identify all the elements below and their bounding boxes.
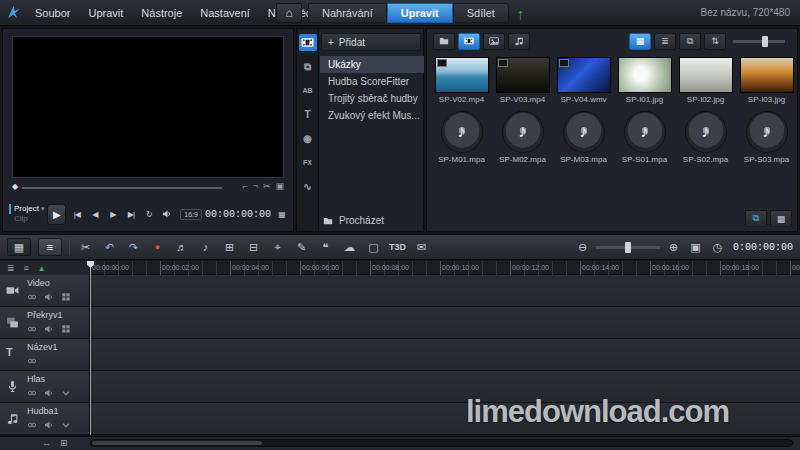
zoom-out-icon[interactable]: ⊖ xyxy=(574,238,591,256)
scrubber-track[interactable] xyxy=(22,187,222,189)
browse-folder-icon[interactable] xyxy=(433,33,455,50)
grid-icon[interactable] xyxy=(61,324,71,336)
speaker-icon[interactable] xyxy=(44,388,54,400)
track-header-music[interactable]: Hudba1 xyxy=(0,403,90,434)
timeline-ruler[interactable]: ≣ ≡ ▲ 00:00:00:00 00:00:02:00 00:00:04:0… xyxy=(0,261,800,275)
ruler-ticks[interactable]: 00:00:00:00 00:00:02:00 00:00:04:00 00:0… xyxy=(90,261,800,275)
cloud-button[interactable]: ☁ xyxy=(341,238,358,256)
filter-photo-button[interactable] xyxy=(483,33,505,50)
filter-fx-icon[interactable]: FX xyxy=(299,154,317,171)
track-lane-voice[interactable] xyxy=(90,371,800,402)
gallery-options-icon[interactable]: ▦ xyxy=(770,210,792,227)
project-mode-toggle[interactable]: Project▾ xyxy=(9,204,44,214)
media-item[interactable]: ♪ SP-S01.mpa xyxy=(615,111,674,164)
go-start-button[interactable]: |◀ xyxy=(69,206,84,222)
instant-project-icon[interactable]: ⧉ xyxy=(299,58,317,75)
chevron-down-icon[interactable] xyxy=(61,388,71,400)
media-item[interactable]: ♪ SP-S02.mpa xyxy=(676,111,735,164)
fit-project-icon[interactable]: ▣ xyxy=(687,238,704,256)
media-library-icon[interactable] xyxy=(299,34,317,51)
timeline-zoom-slider[interactable] xyxy=(596,246,660,249)
track-manager-button[interactable]: ⊞ xyxy=(221,238,238,256)
scrollbar-thumb[interactable] xyxy=(92,441,262,445)
fit-timeline-icon[interactable]: ↔ xyxy=(42,438,51,448)
track-header-title[interactable]: T Název1 xyxy=(0,339,90,370)
thumbnail-view-button[interactable]: ▦ xyxy=(629,33,651,50)
ripple-edit-icon[interactable]: ▲ xyxy=(38,264,46,273)
slider-knob[interactable] xyxy=(625,242,631,253)
media-item[interactable]: ♪ SP-S03.mpa xyxy=(737,111,796,164)
sort-button[interactable]: ⇅ xyxy=(704,33,726,50)
track-lane-overlay[interactable] xyxy=(90,307,800,338)
category-ukazky[interactable]: Ukázky xyxy=(320,56,424,73)
track-lane-music[interactable] xyxy=(90,403,800,434)
link-icon[interactable] xyxy=(27,356,37,368)
sound-mixer-button[interactable]: ♬ xyxy=(173,238,190,256)
media-item[interactable]: ♪ SP-M01.mpa xyxy=(432,111,491,164)
motion-tracking-button[interactable]: ⌖ xyxy=(269,238,286,256)
motion-path-icon[interactable]: ∿ xyxy=(299,178,317,195)
preview-screen[interactable] xyxy=(12,36,284,178)
track-lane-video[interactable] xyxy=(90,275,800,306)
split-clip-icon[interactable]: ✂ xyxy=(263,181,271,191)
3d-title-button[interactable]: T3D xyxy=(389,238,406,256)
slider-knob[interactable] xyxy=(762,36,768,47)
enlarge-preview-icon[interactable]: ▣ xyxy=(275,181,284,191)
timeline-view-button[interactable]: ≡ xyxy=(38,238,62,256)
title-icon[interactable]: T xyxy=(299,106,317,123)
track-lane-title[interactable] xyxy=(90,339,800,370)
volume-button[interactable] xyxy=(159,206,174,222)
speaker-icon[interactable] xyxy=(44,420,54,432)
home-button[interactable]: ⌂ xyxy=(276,3,302,23)
media-item[interactable]: SP-I03.jpg xyxy=(737,57,796,104)
play-button[interactable]: ▶ xyxy=(47,204,66,225)
link-icon[interactable] xyxy=(27,388,37,400)
auto-music-button[interactable]: ♪ xyxy=(197,238,214,256)
undo-button[interactable]: ↶ xyxy=(101,238,118,256)
list-view-button[interactable]: ≣ xyxy=(654,33,676,50)
track-header-video[interactable]: Video xyxy=(0,275,90,306)
track-header-overlay[interactable]: Překryv1 xyxy=(0,307,90,338)
timeline-horizontal-scrollbar[interactable] xyxy=(90,439,793,447)
clip-mode-toggle[interactable]: Clip xyxy=(9,214,44,224)
repeat-button[interactable]: ↻ xyxy=(141,206,156,222)
link-icon[interactable] xyxy=(27,324,37,336)
speech-to-text-button[interactable]: ❝ xyxy=(317,238,334,256)
import-to-timeline-icon[interactable]: ⧉ xyxy=(745,210,767,227)
browse-button[interactable]: Procházet xyxy=(323,215,384,226)
menu-nastroje[interactable]: Nástroje xyxy=(132,0,191,26)
category-triple-scoop[interactable]: Trojitý sběrač hudby xyxy=(320,90,424,107)
scrubber-handle[interactable]: ◆ xyxy=(12,182,18,191)
mark-in-icon[interactable]: ⌐ xyxy=(242,181,247,191)
media-item[interactable]: SP-I01.jpg xyxy=(615,57,674,104)
info-view-button[interactable]: ⧉ xyxy=(679,33,701,50)
snapshot-icon[interactable]: ▦ xyxy=(274,206,289,222)
preview-timecode[interactable]: 00:00:00:00 xyxy=(205,209,271,220)
menu-upravit[interactable]: Upravit xyxy=(79,0,132,26)
track-header-voice[interactable]: Hlas xyxy=(0,371,90,402)
speaker-icon[interactable] xyxy=(44,324,54,336)
menu-soubor[interactable]: Soubor xyxy=(26,0,79,26)
subtitle-editor-button[interactable]: ⊟ xyxy=(245,238,262,256)
filter-audio-button[interactable] xyxy=(508,33,530,50)
link-icon[interactable] xyxy=(27,292,37,304)
transition-icon[interactable]: AB xyxy=(299,82,317,99)
record-capture-button[interactable]: ● xyxy=(149,238,166,256)
thumbnail-zoom-slider[interactable] xyxy=(733,40,785,43)
mark-out-icon[interactable]: ¬ xyxy=(253,181,258,191)
link-icon[interactable] xyxy=(27,420,37,432)
zoom-in-icon[interactable]: ⊕ xyxy=(665,238,682,256)
timeline-timecode[interactable]: 0:00:00:00 xyxy=(733,242,793,253)
painting-creator-button[interactable]: ✎ xyxy=(293,238,310,256)
split-clip-button[interactable]: ✂ xyxy=(77,238,94,256)
grid-icon[interactable] xyxy=(61,292,71,304)
media-item[interactable]: ♪ SP-M03.mpa xyxy=(554,111,613,164)
add-track-icon[interactable]: ⊞ xyxy=(60,438,68,448)
filter-video-button[interactable] xyxy=(458,33,480,50)
media-item[interactable]: ♪ SP-M02.mpa xyxy=(493,111,552,164)
tab-capture[interactable]: Nahrávání xyxy=(308,3,387,23)
track-options-icon[interactable]: ≡ xyxy=(24,263,29,273)
media-item[interactable]: SP-V04.wmv xyxy=(554,57,613,104)
menu-nastaveni[interactable]: Nastavení xyxy=(191,0,259,26)
step-back-button[interactable]: ◀ xyxy=(87,206,102,222)
